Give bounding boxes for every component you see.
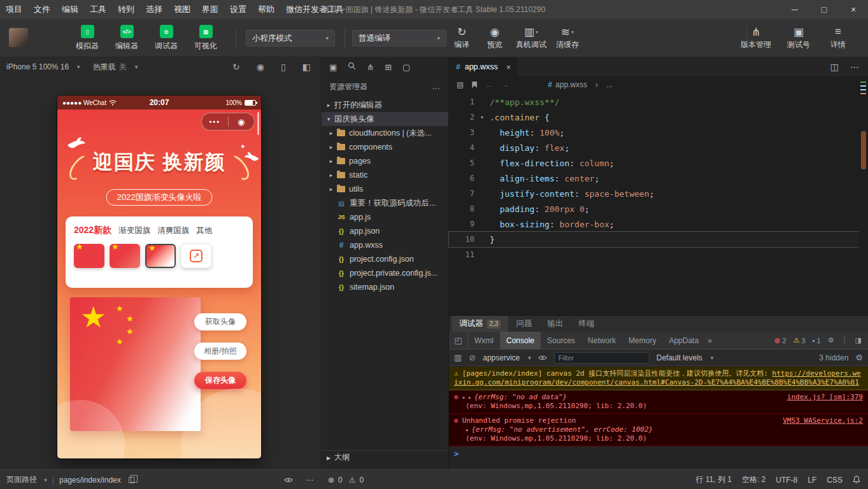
inspect-element-icon[interactable]: ◰ bbox=[449, 332, 468, 349]
close-tab-icon[interactable]: × bbox=[506, 62, 511, 72]
git-branch-icon[interactable]: ⋔ bbox=[367, 62, 374, 72]
warning-counter[interactable]: ⚠3 bbox=[793, 336, 806, 344]
split-editor-icon[interactable]: ◫ bbox=[830, 62, 839, 72]
extensions-icon[interactable]: ⊞ bbox=[385, 62, 392, 72]
close-button[interactable]: × bbox=[839, 0, 868, 19]
minimize-button[interactable]: ─ bbox=[780, 0, 809, 19]
more-actions-icon[interactable]: ⋯ bbox=[850, 62, 859, 72]
phone-button[interactable]: 相册/拍照 bbox=[194, 343, 246, 360]
error-counter[interactable]: ⊗2 bbox=[774, 336, 786, 345]
code-line[interactable]: 11 bbox=[449, 247, 859, 262]
page-path-value[interactable]: pages/index/index bbox=[59, 476, 121, 485]
flag-solid-tile[interactable]: ★ bbox=[74, 244, 104, 268]
console-sidebar-icon[interactable]: ▥ bbox=[454, 353, 462, 362]
dock-side-icon[interactable]: ◨ bbox=[855, 336, 862, 344]
notifications-bell-icon[interactable] bbox=[853, 476, 860, 484]
code-line[interactable]: 3 height: 100%; bbox=[449, 125, 859, 140]
tree-folder-item[interactable]: ▸pages bbox=[322, 154, 448, 168]
console-filter-input[interactable] bbox=[554, 352, 650, 364]
error-object[interactable]: {errMsg: "no ad data"} bbox=[474, 393, 567, 402]
console-prompt[interactable]: > bbox=[449, 446, 868, 462]
menu-item[interactable]: 项目 bbox=[0, 0, 28, 19]
bookmark-icon[interactable] bbox=[472, 82, 477, 89]
menu-item[interactable]: 转到 bbox=[112, 0, 140, 19]
outline-section[interactable]: ▸ 大纲 bbox=[322, 450, 448, 464]
details-button[interactable]: ≡详情 bbox=[823, 25, 853, 50]
console-warning-message[interactable]: ⚠[pages/index/index] canvas 2d 接口支持同层渲染且… bbox=[449, 367, 868, 390]
flag-style-tab[interactable]: 清爽国旗 bbox=[157, 225, 189, 236]
compile-mode-dropdown[interactable]: 普通编译 ▾ bbox=[352, 30, 446, 46]
copy-icon[interactable] bbox=[129, 477, 134, 483]
expand-arrow-icon[interactable]: ▸ bbox=[462, 393, 466, 402]
language-mode[interactable]: CSS bbox=[827, 476, 843, 485]
exit-icon[interactable]: ◉ bbox=[229, 117, 255, 127]
expand-arrow-icon[interactable]: ▸ bbox=[468, 393, 471, 402]
settings-gear-icon[interactable]: ⚙ bbox=[828, 336, 834, 344]
devtools-tab[interactable]: Network bbox=[581, 332, 622, 349]
tree-file-item[interactable]: {}sitemap.json bbox=[322, 280, 448, 294]
code-line[interactable]: 1/**app.wxss**/ bbox=[449, 94, 859, 110]
mode-dropdown[interactable]: 小程序模式 ▾ bbox=[246, 30, 335, 46]
code-line[interactable]: 4 display: flex; bbox=[449, 140, 859, 155]
code-line[interactable]: 2▾.container { bbox=[449, 110, 859, 125]
devtools-tab[interactable]: AppData bbox=[662, 332, 705, 349]
simulator-button[interactable]: ▯模拟器 bbox=[71, 25, 103, 52]
capsule-menu[interactable]: ••• ◉ bbox=[201, 113, 255, 131]
restore-button[interactable]: □ bbox=[809, 0, 839, 19]
code-line[interactable]: 7 justify-content: space-between; bbox=[449, 186, 859, 201]
error-object[interactable]: {errMsg: "no advertisement", errCode: 10… bbox=[471, 425, 653, 434]
device-frame-icon[interactable]: ▯ bbox=[281, 62, 286, 72]
clear-cache-button[interactable]: ≋▾清缓存 bbox=[553, 25, 582, 50]
flag-style-tab[interactable]: 其他 bbox=[196, 225, 212, 236]
editor-button[interactable]: </>编辑器 bbox=[111, 25, 143, 52]
context-selector[interactable]: appservice ▾ bbox=[483, 353, 531, 362]
device-selector[interactable]: iPhone 5 100% 16 ▾ bbox=[6, 62, 80, 71]
menu-item[interactable]: 文件 bbox=[28, 0, 56, 19]
eol-setting[interactable]: LF bbox=[808, 476, 816, 485]
phone-button[interactable]: 获取头像 bbox=[194, 313, 246, 330]
console-error-message[interactable]: ⊗ Unhandled promise rejection VM53 WASer… bbox=[449, 414, 868, 446]
kebab-menu-icon[interactable]: ⋮ bbox=[841, 336, 848, 344]
minimap-slider[interactable] bbox=[861, 131, 866, 169]
phone-button[interactable]: 保存头像 bbox=[194, 372, 246, 389]
section-open-editors[interactable]: ▸打开的编辑器 bbox=[322, 98, 448, 112]
tree-folder-item[interactable]: ▸components bbox=[322, 140, 448, 154]
tree-folder-item[interactable]: ▸utils bbox=[322, 182, 448, 196]
source-link[interactable]: VM53 WAService.js:2 bbox=[775, 416, 863, 425]
tree-file-item[interactable]: JSapp.js bbox=[322, 210, 448, 224]
tree-file-item[interactable]: ▤重要！获取源码成功后... bbox=[322, 196, 448, 210]
eye-icon[interactable] bbox=[538, 355, 547, 361]
preview-button[interactable]: ◉预览 bbox=[480, 25, 509, 50]
test-account-button[interactable]: ▣测试号 bbox=[784, 25, 813, 50]
remote-debug-button[interactable]: ▥▾真机调试 bbox=[513, 25, 549, 50]
expand-arrow-icon[interactable]: ▸ bbox=[466, 427, 469, 433]
devtools-tab[interactable]: Sources bbox=[541, 332, 581, 349]
breadcrumb-more[interactable]: ... bbox=[606, 80, 613, 89]
code-line[interactable]: 9 box-sizing: border-box; bbox=[449, 216, 859, 232]
tree-file-item[interactable]: {}project.config.json bbox=[322, 252, 448, 266]
custom-upload-tile[interactable]: ↗ bbox=[181, 244, 211, 268]
nav-forward-icon[interactable]: → bbox=[501, 80, 509, 89]
page-path-dropdown[interactable]: 页面路径 ▾ bbox=[6, 474, 47, 485]
problems-summary[interactable]: ⊗0 ⚠0 bbox=[328, 470, 364, 489]
rotate-icon[interactable]: ↻ bbox=[232, 62, 240, 72]
more-tabs-icon[interactable]: » bbox=[705, 336, 715, 345]
log-levels-dropdown[interactable]: Default levels ▾ bbox=[657, 353, 714, 362]
user-avatar[interactable] bbox=[9, 28, 28, 47]
source-link[interactable]: index.js? [sm]:379 bbox=[779, 393, 863, 402]
section-project-root[interactable]: ▾国庆换头像 bbox=[322, 112, 448, 126]
version-control-button[interactable]: ⋔版本管理 bbox=[738, 25, 774, 50]
cursor-position[interactable]: 行 11, 列 1 bbox=[695, 474, 731, 485]
record-icon[interactable]: ◉ bbox=[257, 62, 264, 72]
hot-reload-toggle[interactable]: 热重载 关 ▾ bbox=[93, 62, 138, 73]
debugger-tab[interactable]: 调试器2,3 bbox=[452, 316, 508, 332]
indentation-setting[interactable]: 空格: 2 bbox=[742, 474, 765, 485]
code-line[interactable]: 8 padding: 200rpx 0; bbox=[449, 201, 859, 216]
menu-item[interactable]: 设置 bbox=[224, 0, 252, 19]
outline-list-icon[interactable]: ▤ bbox=[457, 80, 464, 89]
console-error-message[interactable]: ⊗ ▸ ▸ {errMsg: "no ad data"} index.js? [… bbox=[449, 390, 868, 414]
tree-file-item[interactable]: {}project.private.config.js... bbox=[322, 266, 448, 280]
devtools-tab[interactable]: Console bbox=[500, 332, 541, 349]
tree-folder-item[interactable]: ▸static bbox=[322, 168, 448, 182]
statusbar-eye[interactable] bbox=[284, 470, 293, 489]
